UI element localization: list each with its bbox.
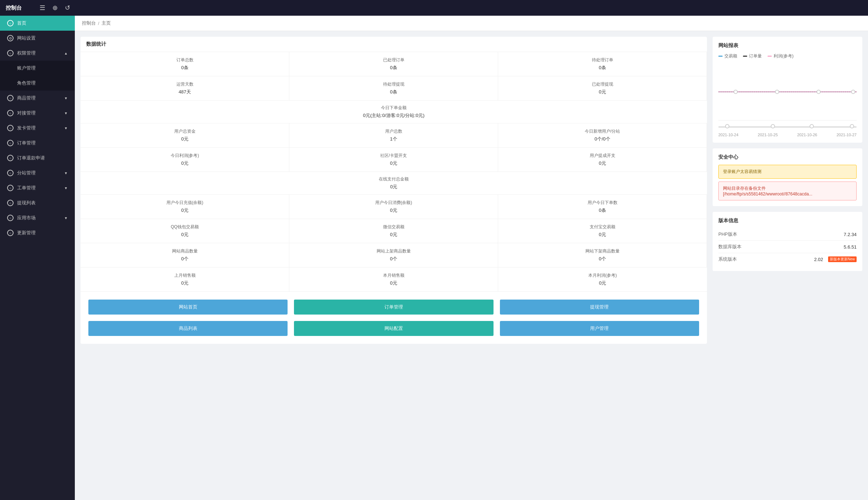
main-content: 控制台 / 主页 数据统计 订单总数0条已处理订单0条待处理订单0条运营天数48… <box>75 16 868 500</box>
stat-value: 0元 <box>86 136 283 142</box>
chevron-down-icon-5: ▼ <box>64 186 68 190</box>
settings-icon: ⚙ <box>7 35 14 41</box>
globe-icon[interactable]: ⊕ <box>52 4 58 12</box>
stat-label: 本月利润(参考) <box>504 272 701 279</box>
sidebar-item-update-mgmt[interactable]: ○ 更新管理 <box>0 225 75 240</box>
stat-label: 已处理提现 <box>504 81 701 87</box>
topbar-title: 控制台 <box>6 5 22 11</box>
svg-point-3 <box>734 90 738 94</box>
action-btn-商品列表[interactable]: 商品列表 <box>88 321 288 336</box>
action-btn-用户管理[interactable]: 用户管理 <box>500 321 699 336</box>
legend-dot <box>718 56 723 57</box>
sidebar-item-withdraw-list[interactable]: ○ 提现列表 <box>0 195 75 210</box>
product-icon: ○ <box>7 95 14 101</box>
stat-cell: 上月销售额0元 <box>81 267 289 292</box>
version-row: 系统版本2.02新版本更新New <box>718 253 857 265</box>
stat-value: 0元 <box>86 280 283 286</box>
version-card: 版本信息 PHP版本7.2.34数据库版本5.6.51系统版本2.02新版本更新… <box>713 212 862 271</box>
breadcrumb-item-1[interactable]: 控制台 <box>82 20 96 26</box>
action-btn-网站配置[interactable]: 网站配置 <box>294 321 493 336</box>
sidebar-label-site-settings: 网站设置 <box>17 35 36 41</box>
stat-cell: 本月利润(参考)0元 <box>498 267 707 292</box>
sidebar-label-withdraw-list: 提现列表 <box>17 200 36 206</box>
sidebar-label-home: 首页 <box>17 20 26 26</box>
sidebar-item-app-market[interactable]: ○ 应用市场 ▼ <box>0 210 75 225</box>
sidebar-item-connect-mgmt[interactable]: ○ 对接管理 ▼ <box>0 106 75 121</box>
sidebar-item-role-mgmt[interactable]: 角色管理 <box>0 76 75 91</box>
stat-label: 用户今日消费(余额) <box>295 200 492 206</box>
stat-cell: 用户今日下单数0条 <box>498 195 707 219</box>
stat-value: 487天 <box>86 89 283 95</box>
stat-value: 1个 <box>295 136 492 142</box>
stat-label: 运营天数 <box>86 81 283 87</box>
stat-label: 本月销售额 <box>295 272 492 279</box>
sidebar-item-card-mgmt[interactable]: ○ 发卡管理 ▼ <box>0 121 75 136</box>
stat-value: 0个/0个 <box>504 136 701 142</box>
stats-section: 数据统计 订单总数0条已处理订单0条待处理订单0条运营天数487天待处理提现0条… <box>81 37 707 494</box>
stat-cell: 订单总数0条 <box>81 52 289 76</box>
chart-x-label: 2021-10-27 <box>837 133 857 137</box>
action-buttons-row: 网站首页订单管理提现管理商品列表网站配置用户管理 <box>81 292 707 344</box>
stat-cell: 今日下单金额0元(主站:0/游客:0元/分站:0元) <box>81 101 707 123</box>
sidebar-item-home[interactable]: ○ 首页 <box>0 16 75 31</box>
sidebar-item-order-mgmt[interactable]: ○ 订单管理 <box>0 136 75 150</box>
version-label: 系统版本 <box>718 256 737 262</box>
legend-dot <box>768 56 772 57</box>
stat-value: 0元 <box>295 231 492 238</box>
slider-thumb-4[interactable] <box>850 124 854 128</box>
action-btn-订单管理[interactable]: 订单管理 <box>294 300 493 315</box>
menu-icon[interactable]: ☰ <box>40 4 45 12</box>
stat-value: 0元 <box>86 231 283 238</box>
chart-title: 网站报表 <box>718 42 857 49</box>
svg-point-5 <box>817 90 820 94</box>
order-icon: ○ <box>7 140 14 146</box>
chart-x-label: 2021-10-24 <box>718 133 738 137</box>
stat-label: 订单总数 <box>86 57 283 63</box>
stat-label: 待处理提现 <box>295 81 492 87</box>
sidebar-item-refund[interactable]: ○ 订单退款申请 <box>0 150 75 165</box>
slider-thumb-3[interactable] <box>810 124 814 128</box>
stat-value: 0元 <box>504 89 701 95</box>
sidebar-label-role-mgmt: 角色管理 <box>17 80 36 86</box>
version-row: PHP版本7.2.34 <box>718 228 857 241</box>
content-area: 数据统计 订单总数0条已处理订单0条待处理订单0条运营天数487天待处理提现0条… <box>75 31 868 500</box>
sidebar-label-refund: 订单退款申请 <box>17 155 45 161</box>
sidebar-item-access-mgmt[interactable]: ○ 权限管理 ▲ <box>0 46 75 61</box>
stat-cell: 社区/卡盟开支0元 <box>289 148 498 172</box>
sidebar-item-subsite-mgmt[interactable]: ○ 分站管理 ▼ <box>0 165 75 180</box>
sidebar-item-task-mgmt[interactable]: ○ 工单管理 ▼ <box>0 180 75 195</box>
chart-slider[interactable] <box>718 123 857 131</box>
action-btn-提现管理[interactable]: 提现管理 <box>500 300 699 315</box>
sidebar-item-product-mgmt[interactable]: ○ 商品管理 ▼ <box>0 91 75 106</box>
chevron-down-icon-4: ▼ <box>64 171 68 175</box>
stat-cell: 今日利润(参考)0元 <box>81 148 289 172</box>
chevron-down-icon-2: ▼ <box>64 111 68 115</box>
stat-label: 网站上架商品数量 <box>295 248 492 254</box>
chart-card: 网站报表 交易额订单量利润(参考) <box>713 37 862 143</box>
stat-cell: 用户今日充值(余额)0元 <box>81 195 289 219</box>
sidebar: ○ 首页 ⚙ 网站设置 ○ 权限管理 ▲ 账户管理 角色管理 ○ 商品管理 ▼ <box>0 16 75 500</box>
stat-label: 今日新增用户/分站 <box>504 128 701 134</box>
stat-cell: 今日新增用户/分站0个/0个 <box>498 123 707 148</box>
svg-point-4 <box>775 90 779 94</box>
slider-thumb-2[interactable] <box>771 124 775 128</box>
sidebar-label-account-mgmt: 账户管理 <box>17 65 36 71</box>
stat-label: 今日下单金额 <box>86 105 701 111</box>
stat-value: 0条 <box>86 65 283 71</box>
stat-cell: 网站下架商品数量0个 <box>498 243 707 267</box>
action-btn-网站首页[interactable]: 网站首页 <box>88 300 288 315</box>
stat-label: 用户总资金 <box>86 128 283 134</box>
sidebar-label-app-market: 应用市场 <box>17 215 36 221</box>
stat-cell: 用户今日消费(余额)0元 <box>289 195 498 219</box>
breadcrumb-item-2[interactable]: 主页 <box>102 20 111 26</box>
stat-value: 0条 <box>504 207 701 214</box>
sidebar-item-account-mgmt[interactable]: 账户管理 <box>0 61 75 76</box>
slider-thumb-1[interactable] <box>725 124 729 128</box>
sidebar-item-site-settings[interactable]: ⚙ 网站设置 <box>0 31 75 46</box>
refresh-icon[interactable]: ↺ <box>65 4 70 12</box>
stat-cell: 在线支付总金额0元 <box>81 172 707 195</box>
access-icon: ○ <box>7 50 14 56</box>
sidebar-label-order-mgmt: 订单管理 <box>17 140 36 146</box>
version-label: 数据库版本 <box>718 244 742 250</box>
chevron-up-icon: ▲ <box>64 51 68 55</box>
